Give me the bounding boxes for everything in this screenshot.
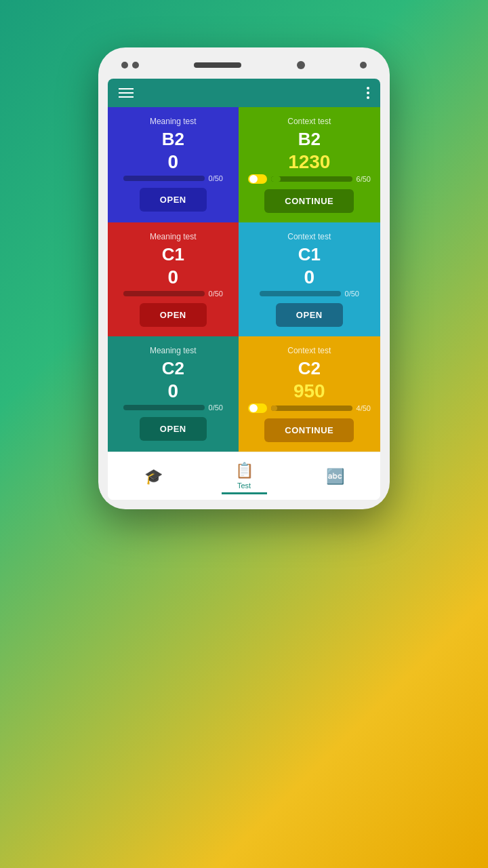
toggle-c2-context[interactable]: [248, 403, 267, 413]
nav-item-test[interactable]: 📋 Test: [222, 459, 267, 494]
card-type-b2-context: Context test: [287, 117, 331, 126]
action-btn-c2-context[interactable]: CONTINUE: [264, 418, 354, 442]
action-btn-c1-context[interactable]: OPEN: [276, 303, 343, 327]
card-score-b2-context: 1230: [288, 153, 330, 172]
progress-fill-c2-context: [271, 406, 278, 411]
action-btn-c2-meaning[interactable]: OPEN: [140, 417, 207, 441]
nav-item-vocab[interactable]: 🔤: [312, 465, 358, 488]
card-score-c2-context: 950: [293, 382, 325, 401]
nav-icon-vocab: 🔤: [326, 468, 344, 486]
card-c1-meaning: Meaning test C1 0 0/50 OPEN: [108, 222, 239, 336]
headline: [203, 0, 285, 47]
progress-row-c1-meaning: 0/50: [117, 290, 229, 298]
progress-label-c2-context: 4/50: [357, 404, 371, 412]
nav-item-learn[interactable]: 🎓: [131, 465, 176, 488]
progress-bg-c2-context: [271, 406, 352, 411]
progress-label-b2-meaning: 0/50: [209, 174, 223, 182]
card-c2-context: Context test C2 950 4/50 CONTINUE: [239, 336, 380, 452]
card-score-c1-context: 0: [304, 268, 315, 287]
card-level-c2-context: C2: [298, 358, 321, 379]
card-score-c2-meaning: 0: [168, 382, 179, 401]
card-level-b2-meaning: B2: [162, 129, 184, 150]
nav-icon-test: 📋: [235, 462, 253, 479]
progress-label-c1-context: 0/50: [345, 290, 359, 298]
cards-grid: Meaning test B2 0 0/50 OPEN Context test…: [108, 107, 380, 452]
progress-bg-c1-context: [260, 291, 341, 296]
progress-row-c2-meaning: 0/50: [117, 403, 229, 412]
phone-screen: Meaning test B2 0 0/50 OPEN Context test…: [108, 79, 380, 500]
card-type-c1-context: Context test: [287, 232, 331, 241]
card-b2-context: Context test B2 1230 6/50 CONTINUE: [239, 107, 380, 222]
action-btn-c1-meaning[interactable]: OPEN: [140, 303, 207, 327]
progress-label-b2-context: 6/50: [357, 175, 371, 183]
action-btn-b2-meaning[interactable]: OPEN: [140, 188, 207, 212]
card-type-c1-meaning: Meaning test: [150, 232, 197, 241]
progress-bg-b2-meaning: [123, 176, 205, 181]
card-level-c2-meaning: C2: [162, 358, 184, 379]
card-type-b2-meaning: Meaning test: [150, 117, 197, 126]
card-level-c1-meaning: C1: [162, 244, 184, 265]
progress-bg-c1-meaning: [123, 291, 205, 296]
progress-row-b2-context: 6/50: [248, 174, 371, 184]
nav-icon-learn: 🎓: [144, 468, 163, 486]
phone-wrapper: Meaning test B2 0 0/50 OPEN Context test…: [98, 47, 390, 509]
progress-fill-b2-context: [271, 176, 281, 182]
card-level-b2-context: B2: [298, 129, 321, 150]
toggle-b2-context[interactable]: [248, 174, 267, 184]
progress-label-c2-meaning: 0/50: [209, 403, 223, 412]
card-type-c2-meaning: Meaning test: [150, 346, 197, 355]
progress-row-b2-meaning: 0/50: [117, 174, 229, 182]
card-level-c1-context: C1: [298, 244, 321, 265]
progress-row-c1-context: 0/50: [248, 290, 371, 298]
more-button[interactable]: [367, 87, 369, 99]
action-btn-b2-context[interactable]: CONTINUE: [264, 189, 354, 213]
card-score-c1-meaning: 0: [168, 268, 179, 287]
card-c1-context: Context test C1 0 0/50 OPEN: [239, 222, 380, 336]
progress-label-c1-meaning: 0/50: [209, 290, 223, 298]
card-b2-meaning: Meaning test B2 0 0/50 OPEN: [108, 107, 239, 222]
card-score-b2-meaning: 0: [168, 153, 179, 172]
menu-button[interactable]: [119, 88, 134, 98]
nav-label-test: Test: [237, 481, 251, 490]
bottom-nav: 🎓 📋 Test 🔤: [108, 452, 380, 500]
card-c2-meaning: Meaning test C2 0 0/50 OPEN: [108, 336, 239, 452]
progress-bg-c2-meaning: [123, 405, 205, 410]
card-type-c2-context: Context test: [287, 346, 331, 355]
progress-bg-b2-context: [271, 176, 352, 182]
app-header: [108, 79, 380, 107]
progress-row-c2-context: 4/50: [248, 403, 371, 413]
